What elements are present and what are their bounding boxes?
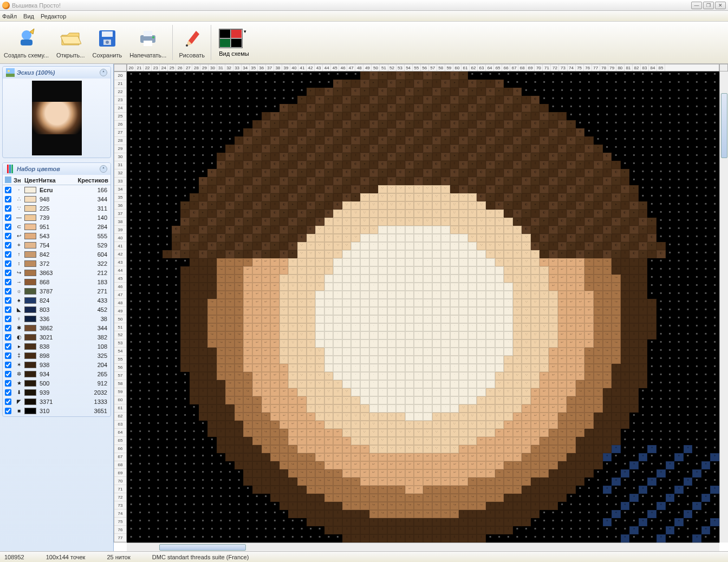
stitch-cell[interactable]: ■ xyxy=(674,478,684,486)
stitch-cell[interactable]: ‡ xyxy=(549,169,558,177)
stitch-cell[interactable]: ■ xyxy=(692,307,701,315)
stitch-cell[interactable]: ■ xyxy=(180,429,190,437)
stitch-cell[interactable]: ■ xyxy=(145,275,154,283)
stitch-cell[interactable]: ∵ xyxy=(378,193,387,201)
stitch-cell[interactable]: ■ xyxy=(647,153,656,161)
stitch-cell[interactable]: ■ xyxy=(136,145,145,153)
stitch-cell[interactable]: ■ xyxy=(172,413,181,421)
stitch-cell[interactable]: ◐ xyxy=(315,193,324,201)
stitch-cell[interactable]: ■ xyxy=(666,534,675,543)
stitch-cell[interactable]: ◐ xyxy=(396,169,405,177)
stitch-cell[interactable]: · xyxy=(360,388,369,396)
stitch-cell[interactable]: ‡ xyxy=(549,494,558,502)
stitch-cell[interactable]: ■ xyxy=(594,486,603,494)
stitch-cell[interactable]: ■ xyxy=(549,534,558,543)
stitch-cell[interactable]: ▸ xyxy=(621,218,630,226)
stitch-cell[interactable]: ↩ xyxy=(297,437,307,445)
stitch-cell[interactable]: ‡ xyxy=(629,339,639,348)
stitch-cell[interactable]: ■ xyxy=(162,169,172,177)
stitch-cell[interactable]: ‡ xyxy=(252,120,262,128)
stitch-cell[interactable]: ↩ xyxy=(558,307,567,315)
stitch-cell[interactable]: · xyxy=(441,380,450,388)
color-row[interactable]: ·Ecru166 xyxy=(3,185,110,194)
stitch-cell[interactable]: ◐ xyxy=(262,218,271,226)
stitch-cell[interactable]: ■ xyxy=(154,461,163,469)
stitch-cell[interactable]: ‡ xyxy=(252,469,262,478)
stitch-cell[interactable]: ■ xyxy=(549,80,558,88)
stitch-cell[interactable]: ↪ xyxy=(468,486,477,494)
stitch-cell[interactable]: ◐ xyxy=(351,136,360,145)
stitch-cell[interactable]: ■ xyxy=(262,494,271,502)
stitch-cell[interactable]: ∵ xyxy=(307,299,316,307)
stitch-cell[interactable]: ◐ xyxy=(199,177,208,185)
stitch-cell[interactable]: ■ xyxy=(154,250,163,258)
stitch-cell[interactable]: ■ xyxy=(594,518,603,526)
stitch-cell[interactable]: ■ xyxy=(639,478,648,486)
stitch-cell[interactable]: ◐ xyxy=(567,161,576,169)
stitch-cell[interactable]: ■ xyxy=(666,128,675,136)
stitch-cell[interactable]: ∵ xyxy=(396,201,405,210)
stitch-cell[interactable]: ■ xyxy=(154,404,163,413)
stitch-cell[interactable]: ■ xyxy=(666,413,675,421)
stitch-cell[interactable]: ‡ xyxy=(549,193,558,201)
stitch-cell[interactable]: ▸ xyxy=(387,136,396,145)
stitch-cell[interactable]: ■ xyxy=(154,177,163,185)
stitch-cell[interactable]: ‡ xyxy=(621,372,630,380)
stitch-cell[interactable]: ■ xyxy=(172,177,181,185)
stitch-cell[interactable]: ‡ xyxy=(333,96,342,104)
stitch-cell[interactable]: · xyxy=(351,356,360,364)
stitch-cell[interactable]: ↩ xyxy=(459,445,468,453)
stitch-cell[interactable]: ∵ xyxy=(522,364,531,372)
stitch-cell[interactable]: ∵ xyxy=(468,226,477,234)
stitch-cell[interactable]: ◐ xyxy=(621,234,630,242)
stitch-cell[interactable]: ↩ xyxy=(441,461,450,469)
stitch-cell[interactable]: ↪ xyxy=(207,323,217,331)
stitch-cell[interactable]: ■ xyxy=(225,469,235,478)
stitch-cell[interactable]: ■ xyxy=(666,437,675,445)
stitch-cell[interactable]: ∵ xyxy=(522,388,531,396)
stitch-cell[interactable]: ‡ xyxy=(217,201,226,210)
stitch-cell[interactable]: ◐ xyxy=(639,218,648,226)
stitch-cell[interactable]: ▸ xyxy=(504,104,513,112)
stitch-cell[interactable]: ∵ xyxy=(297,315,307,323)
stitch-cell[interactable]: ■ xyxy=(172,80,181,88)
stitch-cell[interactable]: ◐ xyxy=(495,177,504,185)
stitch-cell[interactable]: ‡ xyxy=(207,404,217,413)
stitch-cell[interactable]: ■ xyxy=(127,372,136,380)
stitch-cell[interactable]: ↪ xyxy=(486,478,495,486)
stitch-cell[interactable]: · xyxy=(360,258,369,266)
stitch-cell[interactable]: ∵ xyxy=(450,445,459,453)
stitch-cell[interactable]: ■ xyxy=(127,461,136,469)
stitch-cell[interactable]: ■ xyxy=(692,356,701,364)
stitch-cell[interactable]: ‡ xyxy=(307,169,316,177)
stitch-cell[interactable]: ↪ xyxy=(558,429,567,437)
stitch-cell[interactable]: ■ xyxy=(647,112,656,120)
stitch-cell[interactable]: ■ xyxy=(136,242,145,250)
stitch-cell[interactable]: ‡ xyxy=(297,153,307,161)
stitch-cell[interactable]: ■ xyxy=(710,226,719,234)
stitch-cell[interactable]: ■ xyxy=(531,534,540,543)
stitch-cell[interactable]: ■ xyxy=(594,80,603,88)
stitch-cell[interactable]: · xyxy=(342,283,352,291)
stitch-cell[interactable]: ■ xyxy=(145,242,154,250)
stitch-cell[interactable]: ↪ xyxy=(235,275,244,283)
stitch-cell[interactable]: · xyxy=(450,315,459,323)
stitch-cell[interactable]: ■ xyxy=(584,112,594,120)
stitch-cell[interactable]: ■ xyxy=(701,348,711,356)
stitch-cell[interactable]: ■ xyxy=(647,534,656,543)
stitch-cell[interactable]: · xyxy=(324,307,334,315)
stitch-cell[interactable]: ∵ xyxy=(307,266,316,275)
stitch-cell[interactable]: ‡ xyxy=(280,494,289,502)
stitch-cell[interactable]: ↪ xyxy=(432,494,441,502)
stitch-cell[interactable]: ■ xyxy=(190,112,199,120)
stitch-cell[interactable]: ■ xyxy=(710,380,719,388)
stitch-cell[interactable]: ◐ xyxy=(513,210,522,218)
stitch-cell[interactable]: · xyxy=(315,323,324,331)
stitch-cell[interactable]: ■ xyxy=(674,494,684,502)
stitch-cell[interactable]: ◐ xyxy=(549,201,558,210)
stitch-cell[interactable]: ∵ xyxy=(477,396,486,404)
stitch-cell[interactable]: ‡ xyxy=(342,161,352,169)
stitch-cell[interactable]: ∵ xyxy=(288,364,297,372)
stitch-cell[interactable]: ‡ xyxy=(207,372,217,380)
stitch-cell[interactable]: ↩ xyxy=(315,453,324,461)
